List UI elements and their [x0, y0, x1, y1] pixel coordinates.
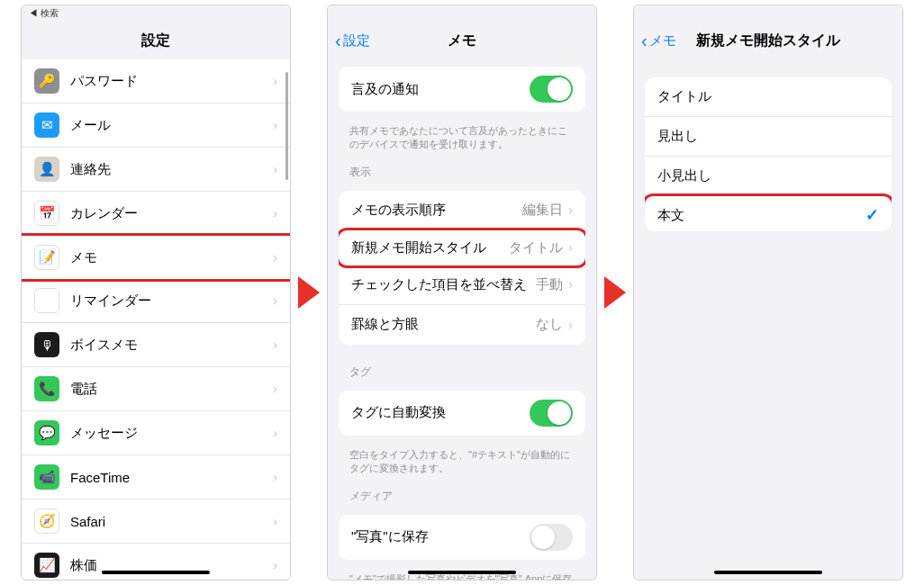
row-label: リマインダー [70, 292, 273, 310]
back-button[interactable]: ‹ メモ [641, 31, 676, 51]
arrow-icon [604, 276, 626, 309]
home-indicator[interactable] [714, 571, 822, 574]
row-label: パスワード [70, 73, 273, 90]
nav-bar: ‹ メモ 新規メモ開始スタイル [634, 22, 902, 59]
scrollbar[interactable] [285, 72, 288, 180]
chevron-right-icon: › [568, 202, 573, 217]
chevron-right-icon: › [568, 277, 573, 292]
row-label: タイトル [657, 88, 879, 105]
lines-grid-row[interactable]: 罫線と方眼 なし › [339, 305, 585, 345]
notes-settings-list[interactable]: 言及の通知 共有メモであなたについて言及があったときにこのデバイスで通知を受け取… [328, 59, 596, 580]
sort-order-row[interactable]: メモの表示順序 編集日 › [339, 191, 585, 230]
back-button[interactable]: ‹ 設定 [335, 31, 370, 51]
row-label: カレンダー [70, 205, 273, 222]
chevron-right-icon: › [568, 240, 573, 255]
chevron-left-icon: ‹ [335, 31, 341, 51]
chevron-right-icon: › [273, 250, 277, 265]
settings-row-パスワード[interactable]: 🔑パスワード› [22, 59, 290, 104]
chevron-right-icon: › [273, 206, 277, 220]
home-indicator[interactable] [408, 571, 516, 574]
row-label: 小見出し [657, 167, 879, 184]
chevron-left-icon: ‹ [641, 31, 648, 51]
page-title: 新規メモ開始スタイル [696, 32, 840, 50]
section-header: 表示 [328, 152, 596, 184]
toggle-on[interactable] [530, 76, 573, 103]
section-header: メディア [328, 476, 596, 508]
chevron-right-icon: › [273, 470, 277, 484]
chevron-right-icon: › [273, 118, 277, 132]
toggle-on[interactable] [530, 400, 573, 427]
page-title: 設定 [141, 32, 170, 50]
app-icon: ☰ [34, 288, 59, 313]
row-label: 連絡先 [70, 161, 273, 178]
app-icon: 🎙 [34, 332, 59, 357]
app-icon: 📈 [34, 553, 59, 578]
save-to-photos-row[interactable]: "写真"に保存 [339, 515, 585, 560]
style-option-見出し[interactable]: 見出し [645, 117, 892, 157]
new-note-style-screen: ‹ メモ 新規メモ開始スタイル タイトル見出し小見出し本文✓ [633, 4, 903, 580]
app-icon: 📞 [34, 376, 59, 401]
settings-row-連絡先[interactable]: 👤連絡先› [22, 148, 290, 192]
row-label: 言及の通知 [351, 81, 530, 98]
auto-tag-row[interactable]: タグに自動変換 [339, 391, 585, 436]
row-label: ボイスメモ [70, 337, 273, 354]
row-label: 電話 [70, 381, 273, 398]
row-label: Safari [70, 514, 273, 529]
chevron-right-icon: › [273, 293, 277, 308]
style-option-小見出し[interactable]: 小見出し [645, 157, 892, 196]
app-icon: 📝 [34, 245, 59, 270]
home-indicator[interactable] [102, 571, 210, 574]
status-bar [634, 5, 902, 22]
new-note-style-row[interactable]: 新規メモ開始スタイル タイトル › [339, 228, 585, 268]
settings-row-株価[interactable]: 📈株価› [22, 544, 290, 580]
nav-bar: ‹ 設定 メモ [328, 22, 596, 59]
app-icon: 💬 [34, 420, 59, 446]
page-title: メモ [448, 32, 476, 50]
status-bar: ◀ 検索 [22, 5, 290, 22]
nav-bar: 設定 [22, 22, 290, 59]
app-icon: 👤 [34, 157, 59, 182]
chevron-right-icon: › [568, 318, 573, 332]
app-icon: 📅 [34, 201, 59, 226]
chevron-right-icon: › [273, 162, 277, 176]
checkmark-icon: ✓ [865, 205, 879, 225]
section-header: タグ [328, 352, 596, 383]
app-icon: ✉ [34, 112, 59, 138]
app-icon: 🔑 [34, 68, 59, 94]
settings-row-リマインダー[interactable]: ☰リマインダー› [22, 279, 290, 323]
chevron-right-icon: › [273, 382, 277, 396]
settings-row-電話[interactable]: 📞電話› [22, 367, 290, 411]
back-label: メモ [649, 32, 676, 50]
style-options-list[interactable]: タイトル見出し小見出し本文✓ [634, 59, 902, 580]
row-label: メッセージ [70, 425, 273, 442]
chevron-right-icon: › [273, 426, 277, 440]
back-label: 設定 [343, 32, 370, 50]
chevron-right-icon: › [273, 558, 277, 572]
row-label: 見出し [657, 128, 879, 145]
settings-row-メモ[interactable]: 📝メモ› [22, 233, 290, 282]
style-option-タイトル[interactable]: タイトル [645, 77, 892, 117]
settings-row-ボイスメモ[interactable]: 🎙ボイスメモ› [22, 323, 290, 367]
arrow-icon [298, 276, 320, 309]
settings-list[interactable]: 🔑パスワード›✉メール›👤連絡先›📅カレンダー›📝メモ›☰リマインダー›🎙ボイス… [22, 59, 290, 580]
app-icon: 📹 [34, 464, 59, 490]
settings-row-メール[interactable]: ✉メール› [22, 104, 290, 148]
mention-notification-row[interactable]: 言及の通知 [339, 67, 585, 112]
checked-items-row[interactable]: チェックした項目を並べ替え 手動 › [339, 266, 585, 305]
style-option-本文[interactable]: 本文✓ [645, 194, 892, 231]
row-label: 本文 [657, 207, 865, 224]
notes-settings-screen: ‹ 設定 メモ 言及の通知 共有メモであなたについて言及があったときにこのデバイ… [327, 4, 597, 580]
chevron-right-icon: › [273, 74, 277, 88]
status-bar [328, 5, 596, 22]
section-footer: 共有メモであなたについて言及があったときにこのデバイスで通知を受け取ります。 [328, 119, 596, 152]
settings-row-カレンダー[interactable]: 📅カレンダー› [22, 192, 290, 236]
chevron-right-icon: › [273, 514, 277, 528]
app-icon: 🧭 [34, 508, 59, 534]
status-back-link[interactable]: ◀ 検索 [29, 8, 59, 18]
settings-row-メッセージ[interactable]: 💬メッセージ› [22, 411, 290, 455]
settings-row-Safari[interactable]: 🧭Safari› [22, 500, 290, 544]
chevron-right-icon: › [273, 338, 277, 352]
toggle-off[interactable] [530, 524, 573, 551]
settings-screen: ◀ 検索 設定 🔑パスワード›✉メール›👤連絡先›📅カレンダー›📝メモ›☰リマイ… [21, 4, 291, 580]
settings-row-FaceTime[interactable]: 📹FaceTime› [22, 455, 290, 500]
